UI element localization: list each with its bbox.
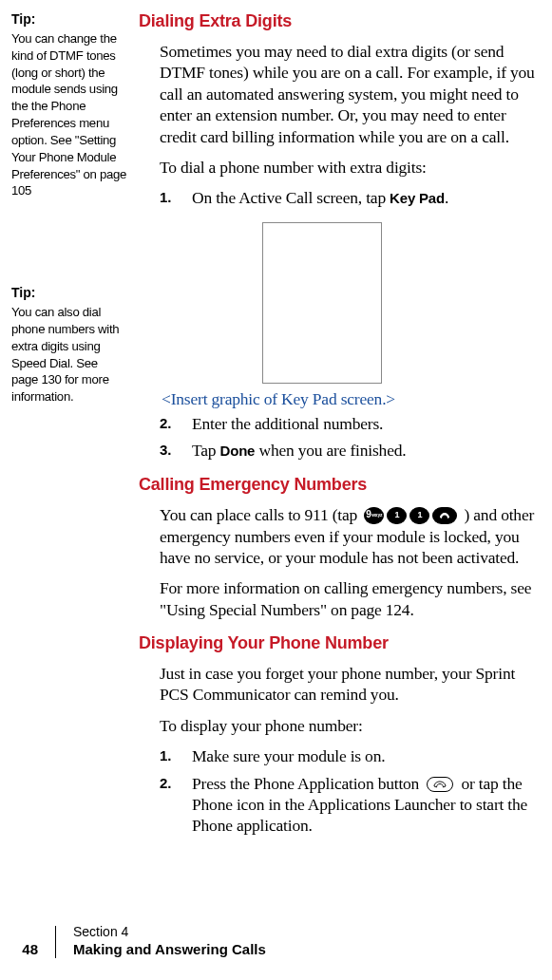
heading-displaying-your-phone-number: Displaying Your Phone Number — [139, 633, 542, 653]
body-block: You can place calls to 911 (tap 9wxyz 1 … — [139, 504, 542, 621]
tip-heading: Tip: — [11, 11, 127, 27]
dial-icons: 9wxyz 1 1 — [364, 507, 457, 524]
paragraph: To display your phone number: — [160, 715, 542, 736]
body-block: Sometimes you may need to dial extra dig… — [139, 41, 542, 209]
text: Press the Phone Application button — [192, 774, 423, 793]
bold-text: Key Pad — [390, 190, 445, 206]
dial-key-9-icon: 9wxyz — [364, 507, 384, 524]
tip-heading: Tip: — [11, 285, 127, 300]
insert-note: <Insert graphic of Key Pad screen.> — [162, 389, 542, 409]
body-block: Just in case you forget your phone numbe… — [139, 663, 542, 837]
sidebar: Tip: You can change the kind of DTMF ton… — [0, 11, 133, 850]
list-text: Enter the additional numbers. — [192, 413, 542, 434]
text: when you are finished. — [255, 441, 406, 460]
heading-calling-emergency-numbers: Calling Emergency Numbers — [139, 475, 542, 495]
phone-application-button-icon — [427, 777, 453, 792]
list-number: 2. — [160, 413, 181, 434]
list-item: 3. Tap Done when you are finished. — [160, 440, 542, 461]
bold-text: Done — [220, 443, 256, 459]
text: . — [445, 188, 448, 207]
paragraph: Just in case you forget your phone numbe… — [160, 663, 542, 706]
list-number: 2. — [160, 773, 181, 837]
section-name: Making and Answering Calls — [73, 941, 266, 957]
list-item: 2. Press the Phone Application button or… — [160, 773, 542, 837]
heading-dialing-extra-digits: Dialing Extra Digits — [139, 11, 542, 31]
list-number: 3. — [160, 440, 181, 461]
paragraph: Sometimes you may need to dial extra dig… — [160, 41, 542, 147]
list-item: 2. Enter the additional numbers. — [160, 413, 542, 434]
tip-body: You can change the kind of DTMF tones (l… — [11, 30, 127, 199]
dial-key-1-icon: 1 — [409, 507, 429, 524]
list-number: 1. — [160, 745, 181, 766]
page-number: 48 — [11, 941, 38, 957]
list-item: 1. On the Active Call screen, tap Key Pa… — [160, 187, 542, 208]
paragraph: To dial a phone number with extra digits… — [160, 157, 542, 178]
tip-body: You can also dial phone numbers with ext… — [11, 304, 127, 405]
list-text: Make sure your module is on. — [192, 745, 542, 766]
page-footer: 48 Section 4 Making and Answering Calls — [11, 924, 266, 957]
list-item: 1. Make sure your module is on. — [160, 745, 542, 766]
dial-key-1-icon: 1 — [387, 507, 407, 524]
page: Tip: You can change the kind of DTMF ton… — [0, 0, 552, 850]
text: wxyz — [371, 513, 382, 518]
text: 9 — [366, 509, 371, 521]
body-block: 2. Enter the additional numbers. 3. Tap … — [139, 413, 542, 462]
tip-1: Tip: You can change the kind of DTMF ton… — [11, 11, 127, 199]
list-text: On the Active Call screen, tap Key Pad. — [192, 187, 542, 208]
text: You can place calls to 911 (tap — [160, 505, 361, 524]
list-text: Tap Done when you are finished. — [192, 440, 542, 461]
image-placeholder — [262, 222, 382, 384]
section-label: Section 4 — [73, 924, 266, 939]
list-number: 1. — [160, 187, 181, 208]
paragraph: You can place calls to 911 (tap 9wxyz 1 … — [160, 504, 542, 569]
text: Tap — [192, 441, 220, 460]
paragraph: For more information on calling emergenc… — [160, 577, 542, 620]
main-content: Dialing Extra Digits Sometimes you may n… — [133, 11, 544, 850]
footer-separator — [55, 926, 56, 958]
dial-key-talk-icon — [432, 507, 457, 524]
tip-2: Tip: You can also dial phone numbers wit… — [11, 285, 127, 405]
text: On the Active Call screen, tap — [192, 188, 390, 207]
footer-text: Section 4 Making and Answering Calls — [73, 924, 266, 957]
list-text: Press the Phone Application button or ta… — [192, 773, 542, 837]
